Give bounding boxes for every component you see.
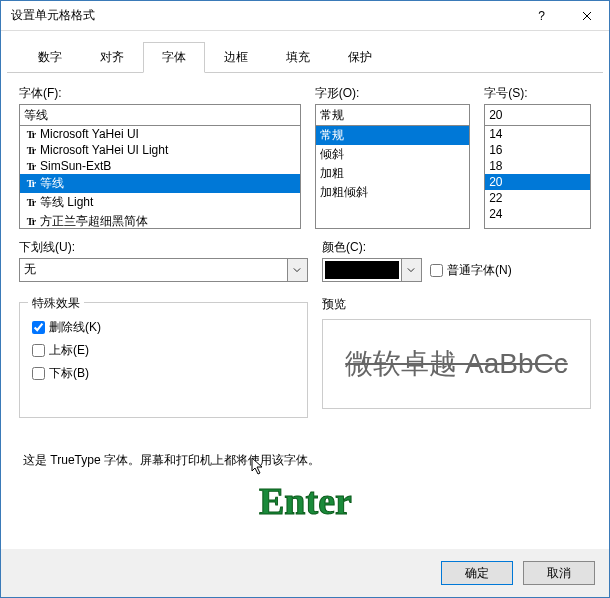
list-item-label: 14: [489, 127, 502, 141]
list-item-label: 常规: [320, 127, 344, 144]
cancel-button[interactable]: 取消: [523, 561, 595, 585]
list-item[interactable]: Tr等线: [20, 174, 300, 193]
list-item[interactable]: 20: [485, 174, 590, 190]
size-input[interactable]: [484, 104, 591, 126]
tab-2[interactable]: 字体: [143, 42, 205, 73]
sub-label: 下标(B): [49, 365, 89, 382]
list-item[interactable]: TrMicrosoft YaHei UI Light: [20, 142, 300, 158]
dialog-footer: 确定 取消: [1, 549, 609, 597]
truetype-icon: Tr: [24, 160, 38, 172]
list-item[interactable]: 常规: [316, 126, 469, 145]
list-item-label: 方正兰亭超细黑简体: [40, 213, 148, 229]
close-icon: [582, 11, 592, 21]
list-item[interactable]: 倾斜: [316, 145, 469, 164]
color-label: 颜色(C):: [322, 239, 422, 256]
list-item-label: 16: [489, 143, 502, 157]
normalfont-label: 普通字体(N): [447, 262, 512, 279]
list-item-label: 倾斜: [320, 146, 344, 163]
font-label: 字体(F):: [19, 85, 301, 102]
list-item-label: 22: [489, 191, 502, 205]
list-item[interactable]: 14: [485, 126, 590, 142]
color-select[interactable]: [322, 258, 422, 282]
tab-4[interactable]: 填充: [267, 42, 329, 73]
sub-checkbox[interactable]: [32, 367, 45, 380]
tab-3[interactable]: 边框: [205, 42, 267, 73]
list-item[interactable]: 加粗倾斜: [316, 183, 469, 202]
chevron-down-icon: [287, 259, 307, 281]
list-item-label: 加粗倾斜: [320, 184, 368, 201]
list-item-label: 等线 Light: [40, 194, 93, 211]
list-item[interactable]: Tr等线 Light: [20, 193, 300, 212]
font-input[interactable]: [19, 104, 301, 126]
normalfont-checkbox[interactable]: [430, 264, 443, 277]
list-item-label: 加粗: [320, 165, 344, 182]
help-button[interactable]: ?: [519, 1, 564, 31]
preview-legend: 预览: [322, 296, 591, 313]
list-item[interactable]: Tr方正兰亭超细黑简体: [20, 212, 300, 229]
style-label: 字形(O):: [315, 85, 470, 102]
truetype-icon: Tr: [24, 178, 38, 190]
underline-label: 下划线(U):: [19, 239, 308, 256]
ok-button[interactable]: 确定: [441, 561, 513, 585]
list-item-label: 等线: [40, 175, 64, 192]
list-item[interactable]: 22: [485, 190, 590, 206]
list-item-label: Microsoft YaHei UI Light: [40, 143, 168, 157]
tab-1[interactable]: 对齐: [81, 42, 143, 73]
truetype-icon: Tr: [24, 216, 38, 228]
list-item-label: 20: [489, 175, 502, 189]
annotation-text: Enter: [259, 479, 352, 523]
size-list[interactable]: 141618202224: [484, 125, 591, 229]
effects-legend: 特殊效果: [28, 295, 84, 312]
list-item-label: SimSun-ExtB: [40, 159, 111, 173]
titlebar: 设置单元格格式 ?: [1, 1, 609, 31]
color-swatch: [325, 261, 399, 279]
list-item[interactable]: 24: [485, 206, 590, 222]
info-text: 这是 TrueType 字体。屏幕和打印机上都将使用该字体。: [23, 452, 587, 469]
list-item[interactable]: TrMicrosoft YaHei UI: [20, 126, 300, 142]
style-list[interactable]: 常规倾斜加粗加粗倾斜: [315, 125, 470, 229]
truetype-icon: Tr: [24, 128, 38, 140]
list-item-label: 18: [489, 159, 502, 173]
list-item-label: 24: [489, 207, 502, 221]
list-item-label: Microsoft YaHei UI: [40, 127, 139, 141]
window-title: 设置单元格格式: [11, 7, 519, 24]
preview-text: 微软卓越 AaBbCc: [345, 345, 568, 383]
list-item[interactable]: 16: [485, 142, 590, 158]
size-label: 字号(S):: [484, 85, 591, 102]
super-label: 上标(E): [49, 342, 89, 359]
list-item[interactable]: 18: [485, 158, 590, 174]
super-checkbox[interactable]: [32, 344, 45, 357]
close-button[interactable]: [564, 1, 609, 31]
tab-bar: 数字对齐字体边框填充保护: [7, 31, 603, 73]
tab-5[interactable]: 保护: [329, 42, 391, 73]
underline-select[interactable]: 无: [19, 258, 308, 282]
list-item[interactable]: TrSimSun-ExtB: [20, 158, 300, 174]
truetype-icon: Tr: [24, 197, 38, 209]
preview-box: 微软卓越 AaBbCc: [322, 319, 591, 409]
underline-value: 无: [20, 259, 287, 281]
truetype-icon: Tr: [24, 144, 38, 156]
list-item[interactable]: 加粗: [316, 164, 469, 183]
help-icon: ?: [538, 9, 545, 23]
strike-label: 删除线(K): [49, 319, 101, 336]
effects-group: 特殊效果 删除线(K) 上标(E) 下标(B): [19, 302, 308, 418]
font-list[interactable]: TrMicrosoft YaHei UITrMicrosoft YaHei UI…: [19, 125, 301, 229]
style-input[interactable]: [315, 104, 470, 126]
chevron-down-icon: [401, 259, 421, 281]
strike-checkbox[interactable]: [32, 321, 45, 334]
tab-0[interactable]: 数字: [19, 42, 81, 73]
